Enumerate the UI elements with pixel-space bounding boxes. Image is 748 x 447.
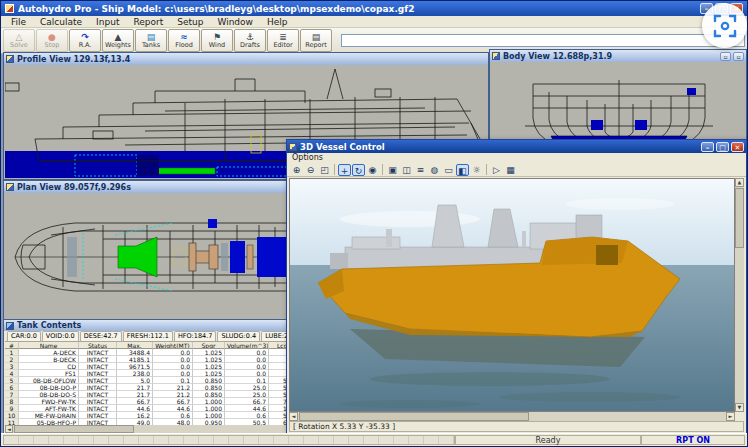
tank-cell-r6-c2[interactable]: INTACT: [79, 384, 117, 391]
tank-cell-r4-c3[interactable]: 238.0: [117, 370, 153, 377]
layers-icon[interactable]: ≡: [414, 164, 427, 176]
tank-cell-r4-c6[interactable]: 0.0: [225, 370, 269, 377]
tank-cell-r3-c3[interactable]: 9671.5: [117, 363, 153, 370]
stop-button[interactable]: ●Stop: [36, 29, 68, 52]
tank-col-header-4[interactable]: Weight(MT): [153, 342, 193, 349]
tank-cell-r3-c6[interactable]: 0.0: [225, 363, 269, 370]
tank-col-header-5[interactable]: Spgr: [193, 342, 225, 349]
copy-view-icon[interactable]: ▣: [386, 164, 399, 176]
menu-item-input[interactable]: Input: [89, 16, 126, 27]
tank-col-header-0[interactable]: #: [5, 342, 19, 349]
vessel-3d-vscroll-thumb[interactable]: [735, 188, 744, 248]
tank-cell-r8-c5[interactable]: 1.000: [193, 398, 225, 405]
vessel-3d-hscroll-thumb[interactable]: [299, 412, 529, 421]
tank-cell-r2-c4[interactable]: 0.0: [153, 356, 193, 363]
tank-cell-r6-c3[interactable]: 21.7: [117, 384, 153, 391]
vessel-3d-minimize-button[interactable]: –: [701, 142, 714, 152]
tank-cell-r2-c3[interactable]: 4185.1: [117, 356, 153, 363]
tank-col-header-2[interactable]: Status: [79, 342, 117, 349]
tank-cell-r9-c1[interactable]: AFT-FW-TK: [19, 405, 79, 412]
pointer-icon[interactable]: ▷: [490, 164, 503, 176]
tank-cell-r3-c0[interactable]: 3: [5, 363, 19, 370]
tank-cell-r8-c3[interactable]: 66.7: [117, 398, 153, 405]
tank-cell-r1-c0[interactable]: 1: [5, 349, 19, 356]
tank-cell-r4-c0[interactable]: 4: [5, 370, 19, 377]
tank-cell-r10-c0[interactable]: 10: [5, 412, 19, 419]
tank-tab-0[interactable]: CAR:0.0: [7, 331, 41, 341]
tank-cell-r5-c0[interactable]: 5: [5, 377, 19, 384]
vessel-3d-maximize-button[interactable]: □: [716, 142, 729, 152]
tank-cell-r6-c6[interactable]: 25.0: [225, 384, 269, 391]
menu-item-help[interactable]: Help: [260, 16, 295, 27]
tank-cell-r9-c5[interactable]: 1.000: [193, 405, 225, 412]
menu-item-setup[interactable]: Setup: [170, 16, 210, 27]
tank-cell-r10-c4[interactable]: 0.6: [153, 412, 193, 419]
tank-cell-r5-c4[interactable]: 0.1: [153, 377, 193, 384]
tank-tab-5[interactable]: SLUDG:0.4: [217, 331, 260, 341]
render-icon[interactable]: ◧: [456, 164, 469, 176]
tank-cell-r6-c5[interactable]: 0.850: [193, 384, 225, 391]
tank-cell-r6-c0[interactable]: 6: [5, 384, 19, 391]
globe-icon[interactable]: ◍: [428, 164, 441, 176]
tank-cell-r9-c3[interactable]: 44.6: [117, 405, 153, 412]
tank-cell-r7-c5[interactable]: 0.850: [193, 391, 225, 398]
tank-cell-r5-c1[interactable]: 0B-DB-OFLOW: [19, 377, 79, 384]
tank-cell-r10-c3[interactable]: 16.2: [117, 412, 153, 419]
solve-button[interactable]: △Solve: [3, 29, 35, 52]
weights-button[interactable]: ▲Weights: [102, 29, 134, 52]
profile-view-titlebar[interactable]: Profile View 129.13f,13.4: [4, 53, 488, 65]
tank-cell-r1-c5[interactable]: 1.025: [193, 349, 225, 356]
pan-icon[interactable]: +: [338, 164, 351, 176]
body-view-maximize-button[interactable]: ▫: [733, 52, 744, 61]
vessel-3d-viewport[interactable]: [289, 178, 735, 412]
tank-cell-r4-c1[interactable]: FS1: [19, 370, 79, 377]
scroll-up-icon[interactable]: ▲: [735, 178, 744, 187]
tank-cell-r8-c1[interactable]: FWD-FW-TK: [19, 398, 79, 405]
tank-cell-r8-c6[interactable]: 66.7: [225, 398, 269, 405]
plan-view-titlebar[interactable]: Plan View 89.057f,9.296s: [4, 181, 290, 193]
tanks-button[interactable]: ▤Tanks: [135, 29, 167, 52]
body-view-restore-button[interactable]: ▫: [720, 52, 731, 61]
tank-col-header-1[interactable]: Name: [19, 342, 79, 349]
tank-cell-r9-c0[interactable]: 9: [5, 405, 19, 412]
tank-cell-r10-c2[interactable]: INTACT: [79, 412, 117, 419]
lights-icon[interactable]: ☼: [470, 164, 483, 176]
orbit-icon[interactable]: ◉: [366, 164, 379, 176]
menu-item-file[interactable]: File: [4, 16, 33, 27]
tank-tab-1[interactable]: VOID:0.0: [42, 331, 79, 341]
tank-cell-r5-c5[interactable]: 0.850: [193, 377, 225, 384]
tank-cell-r9-c6[interactable]: 44.6: [225, 405, 269, 412]
rotate-icon[interactable]: ↻: [352, 164, 365, 176]
tank-cell-r3-c5[interactable]: 1.025: [193, 363, 225, 370]
tank-cell-r1-c6[interactable]: 0.0: [225, 349, 269, 356]
tank-cell-r6-c1[interactable]: 0B-DB-DO-P: [19, 384, 79, 391]
tank-tab-4[interactable]: HFO:184.7: [174, 331, 216, 341]
screen-capture-overlay-button[interactable]: [702, 3, 747, 48]
scroll-left-icon[interactable]: ◄: [289, 412, 298, 421]
command-field[interactable]: [341, 34, 745, 47]
tank-cell-r10-c5[interactable]: 1.000: [193, 412, 225, 419]
tank-cell-r2-c6[interactable]: 0.0: [225, 356, 269, 363]
scroll-down-icon[interactable]: ▼: [735, 403, 744, 412]
vessel-3d-vscrollbar[interactable]: ▲ ▼: [735, 178, 744, 412]
wind-button[interactable]: ⚑Wind: [201, 29, 233, 52]
scroll-right-icon[interactable]: ►: [726, 412, 735, 421]
tank-cell-r6-c4[interactable]: 21.2: [153, 384, 193, 391]
zoom-out-icon[interactable]: ⊖: [304, 164, 317, 176]
menu-item-report[interactable]: Report: [126, 16, 170, 27]
tank-cell-r2-c1[interactable]: B-DECK: [19, 356, 79, 363]
menu-item-window[interactable]: Window: [210, 16, 260, 27]
tank-cell-r7-c0[interactable]: 7: [5, 391, 19, 398]
tank-cell-r1-c1[interactable]: A-DECK: [19, 349, 79, 356]
tank-cell-r7-c6[interactable]: 25.0: [225, 391, 269, 398]
tank-cell-r7-c2[interactable]: INTACT: [79, 391, 117, 398]
tank-cell-r2-c0[interactable]: 2: [5, 356, 19, 363]
menu-item-calculate[interactable]: Calculate: [33, 16, 89, 27]
tank-cell-r5-c6[interactable]: 0.1: [225, 377, 269, 384]
tank-cell-r10-c6[interactable]: 0.6: [225, 412, 269, 419]
tank-tab-3[interactable]: FRESH:112.1: [123, 331, 173, 341]
ra-button[interactable]: ↷R.A.: [69, 29, 101, 52]
body-view-titlebar[interactable]: Body View 12.688p,31.9 ▫ ▫: [490, 50, 746, 62]
tank-cell-r1-c4[interactable]: 0.0: [153, 349, 193, 356]
plan-view-drawing[interactable]: [5, 193, 289, 319]
